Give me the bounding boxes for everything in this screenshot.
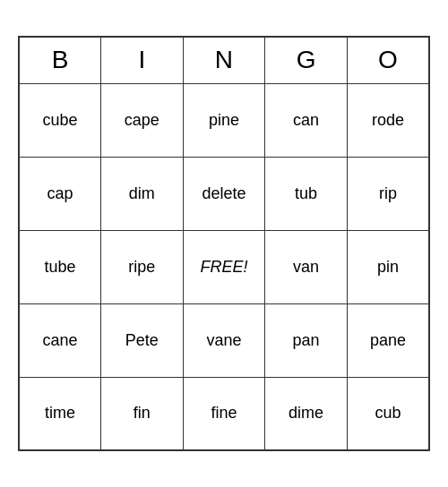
table-cell: pane — [347, 303, 429, 377]
header-cell: B — [19, 37, 101, 83]
table-cell: cub — [347, 377, 429, 450]
table-cell: rip — [347, 157, 429, 230]
bingo-card: BINGO cubecapepinecanrodecapdimdeletetub… — [18, 36, 430, 451]
table-cell: pan — [265, 303, 348, 377]
table-cell: delete — [183, 157, 265, 230]
header-cell: O — [347, 37, 429, 83]
table-cell: can — [265, 83, 348, 157]
table-row: cubecapepinecanrode — [19, 83, 429, 157]
table-row: tuberipeFREE!vanpin — [19, 230, 429, 303]
table-cell: Pete — [101, 303, 184, 377]
table-cell: cane — [19, 303, 101, 377]
table-cell: cap — [19, 157, 101, 230]
table-row: capdimdeletetubrip — [19, 157, 429, 230]
table-cell: fin — [101, 377, 184, 450]
table-cell: cape — [101, 83, 184, 157]
table-cell: pin — [347, 230, 429, 303]
table-cell: FREE! — [183, 230, 265, 303]
table-cell: van — [265, 230, 348, 303]
table-cell: fine — [183, 377, 265, 450]
table-cell: cube — [19, 83, 101, 157]
table-cell: rode — [347, 83, 429, 157]
table-cell: dim — [101, 157, 184, 230]
table-cell: time — [19, 377, 101, 450]
table-cell: tube — [19, 230, 101, 303]
header-row: BINGO — [19, 37, 429, 83]
table-cell: pine — [183, 83, 265, 157]
table-cell: tub — [265, 157, 348, 230]
table-cell: ripe — [101, 230, 184, 303]
table-row: canePetevanepanpane — [19, 303, 429, 377]
table-cell: vane — [183, 303, 265, 377]
header-cell: I — [101, 37, 184, 83]
header-cell: N — [183, 37, 265, 83]
table-row: timefinfinedimecub — [19, 377, 429, 450]
header-cell: G — [265, 37, 348, 83]
table-cell: dime — [265, 377, 348, 450]
